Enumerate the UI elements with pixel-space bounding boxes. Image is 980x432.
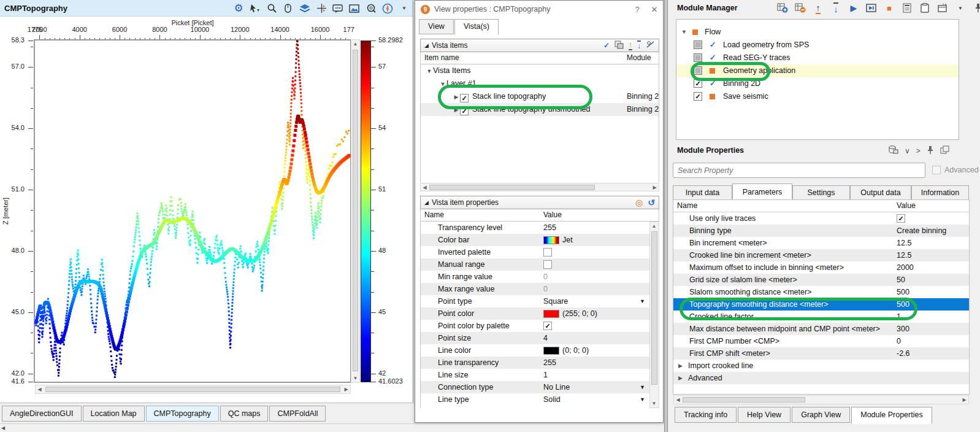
scroll-left-icon[interactable]: ◀ [421, 183, 429, 191]
dialog-titlebar[interactable]: 9 View properties : CMPTopography ? ✕ [415, 1, 663, 18]
parameter-row[interactable]: First CMP number <CMP>0 [673, 335, 969, 347]
parameters-tab-Output data[interactable]: Output data [850, 185, 911, 201]
expander-closed-icon[interactable]: ▶ [678, 372, 683, 384]
scroll-up-icon[interactable]: ▲ [650, 222, 658, 230]
dialog-tab-Vista(s)[interactable]: Vista(s) [454, 19, 499, 35]
pin-icon[interactable] [927, 145, 934, 156]
property-row[interactable]: Transparency level255 [421, 222, 659, 234]
flow-row[interactable]: Geometry application [676, 64, 959, 77]
remove-module-icon[interactable] [794, 2, 806, 14]
scroll-thumb[interactable] [683, 397, 805, 403]
add-module-icon[interactable] [776, 2, 789, 14]
parameters-tab-Parameters[interactable]: Parameters [732, 183, 792, 199]
expander-open-icon[interactable]: ▼ [426, 65, 433, 78]
module-enabled-checkbox[interactable]: ✓ [694, 79, 702, 88]
parameter-row[interactable]: Use only live traces✓ [673, 212, 969, 225]
parameters-tab-Settings[interactable]: Settings [792, 185, 850, 201]
panel-tab-Module Properties[interactable]: Module Properties [851, 407, 932, 424]
parameter-row[interactable]: Grid size of slalom line <meter>50 [673, 274, 969, 286]
module-enabled-checkbox[interactable] [694, 53, 702, 62]
panel-tab-Tracking info[interactable]: Tracking info [675, 407, 737, 423]
parameter-row[interactable]: Maximum offset to include in binning <me… [673, 261, 969, 274]
move-down-icon[interactable]: ↓ [637, 40, 641, 50]
run-icon[interactable]: ▶ [848, 2, 860, 14]
plot-vertical-scrollbar[interactable]: ▲ ▼ [351, 39, 360, 383]
pin-icon[interactable] [972, 2, 980, 14]
color-swatch[interactable] [543, 347, 559, 355]
parameter-row[interactable]: ▶Import crooked line [673, 360, 969, 372]
expander-open-icon[interactable]: ▼ [681, 26, 687, 39]
target-icon[interactable]: ◎ [635, 198, 643, 207]
clipboard-icon[interactable] [919, 2, 931, 14]
scroll-left-icon[interactable]: ◀ [674, 396, 682, 404]
magnify-region-icon[interactable] [365, 2, 377, 15]
vista-items-header[interactable]: ◢ Vista items ✓ ↑ ↓ [420, 39, 659, 52]
topography-plot[interactable] [26, 33, 351, 384]
flow-row[interactable]: ✓✓Binning 2D [676, 77, 959, 90]
vista-horizontal-scrollbar[interactable]: ◀ ▶ [420, 183, 659, 191]
flow-row[interactable]: ▼Flow [676, 26, 959, 39]
scroll-thumb[interactable] [353, 50, 358, 371]
property-row[interactable]: Point size4 [421, 332, 659, 344]
move-up-icon[interactable]: ↑ [812, 2, 824, 14]
export-image-icon[interactable] [348, 2, 361, 15]
scroll-thumb[interactable] [45, 387, 340, 392]
expander-open-icon[interactable]: ▼ [439, 78, 446, 91]
color-swatch[interactable] [543, 310, 559, 318]
expander-closed-icon[interactable]: ▶ [453, 104, 460, 117]
search-property-input[interactable] [673, 163, 925, 178]
property-checkbox[interactable] [543, 248, 552, 256]
parameter-row[interactable]: First CMP shift <meter>-2.6 [673, 347, 969, 360]
scroll-down-icon[interactable]: ▼ [650, 399, 658, 407]
property-row[interactable]: Color barJet [421, 234, 659, 246]
property-row[interactable]: Inverted palette [421, 246, 659, 258]
item-visibility-checkbox[interactable]: ✓ [460, 94, 469, 102]
parameter-row[interactable]: Binning typeCreate binning [673, 225, 969, 237]
report-icon[interactable] [901, 2, 913, 14]
expander-closed-icon[interactable]: ▶ [453, 91, 460, 104]
parameter-row[interactable]: Topography smoothing distance <meter>500 [673, 298, 969, 310]
parameter-checkbox[interactable]: ✓ [897, 214, 905, 223]
parameters-tab-Information[interactable]: Information [911, 185, 969, 201]
dropdown-icon[interactable]: ▼ [954, 2, 967, 14]
compass-icon[interactable] [381, 2, 394, 15]
flow-row[interactable]: ✓Load geometry from SPS [676, 39, 959, 52]
property-row[interactable]: Line transparency255 [421, 357, 659, 369]
scroll-down-icon[interactable]: ▼ [351, 374, 359, 382]
parameters-horizontal-scrollbar[interactable]: ◀ ▶ [673, 395, 969, 404]
property-row[interactable]: Min range value0 [421, 271, 659, 283]
parameter-row[interactable]: ▶Advanced [673, 372, 969, 384]
property-row[interactable]: Line color(0; 0; 0) [421, 344, 659, 357]
parameter-row[interactable]: Bin increment <meter>12.5 [673, 237, 969, 249]
module-enabled-checkbox[interactable]: ✓ [694, 92, 702, 101]
vista-props-header[interactable]: ◢ Vista item properties ◎ ↺ [420, 196, 659, 209]
dropdown-caret-icon[interactable]: ▼ [640, 381, 645, 393]
zoom-magnifier-icon[interactable] [266, 2, 278, 15]
view-tab-Location Map[interactable]: Location Map [83, 406, 145, 422]
flow-row[interactable]: ✓Read SEG-Y traces [676, 52, 959, 64]
layers-icon[interactable] [299, 2, 311, 15]
property-row[interactable]: Max range value0 [421, 283, 659, 295]
dialog-tab-View[interactable]: View [419, 19, 454, 34]
scroll-left-icon[interactable]: ◀ [1, 424, 5, 432]
parameter-row[interactable]: Crooked line bin increment <meter>12.5 [673, 249, 969, 261]
stop-icon[interactable]: ■ [883, 2, 895, 14]
property-row[interactable]: Connection typeNo Line▼ [421, 381, 659, 393]
scroll-thumb[interactable] [651, 231, 657, 385]
tree-row[interactable]: ▼Layer #1 [421, 77, 659, 90]
pointer-select-icon[interactable]: ▾ [249, 2, 261, 15]
move-up-icon[interactable]: ↑ [629, 40, 632, 50]
property-row[interactable]: Line typeSolid▼ [421, 393, 659, 406]
panel-tab-Help View[interactable]: Help View [738, 407, 791, 423]
advanced-checkbox[interactable] [932, 166, 941, 174]
props-vertical-scrollbar[interactable]: ▲ ▼ [649, 222, 659, 408]
view-tab-QC maps[interactable]: QC maps [220, 406, 269, 422]
item-visibility-checkbox[interactable]: ✓ [460, 107, 469, 115]
dropdown-caret-icon[interactable]: ▼ [640, 393, 645, 406]
tree-row[interactable]: ▶✓Stack line topographyBinning 2D [421, 90, 659, 103]
parameters-tab-Input data[interactable]: Input data [673, 185, 732, 201]
plot-horizontal-scrollbar[interactable]: ◀ ▶ [35, 385, 351, 394]
property-row[interactable]: Point color(255; 0; 0) [421, 307, 659, 320]
scroll-right-icon[interactable]: ▶ [342, 385, 350, 393]
view-tab-CMPTopography[interactable]: CMPTopography [146, 406, 219, 422]
